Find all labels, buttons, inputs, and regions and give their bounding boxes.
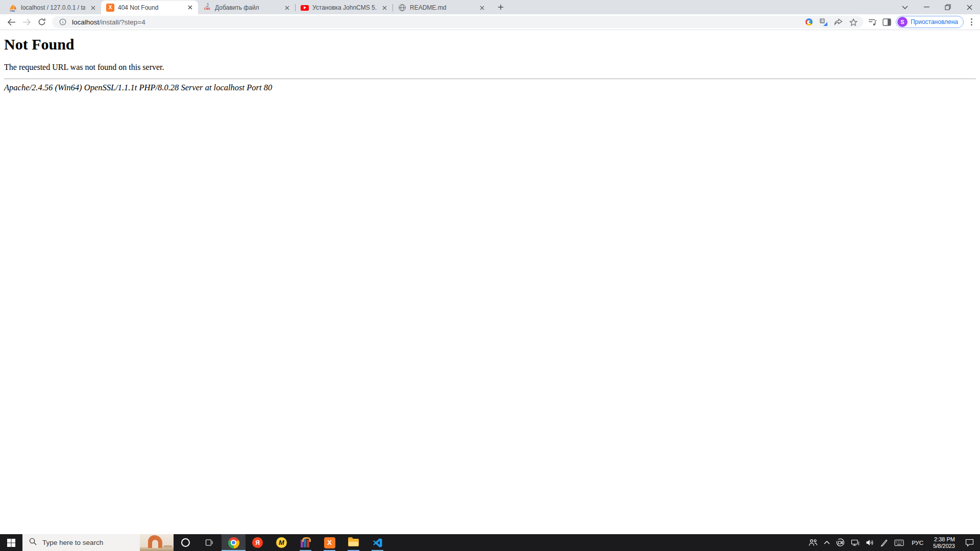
clock[interactable]: 2:38 PM 5/8/2023 [928, 534, 960, 551]
winrar-icon [301, 538, 310, 547]
profile-sync-paused-pill[interactable]: S Приостановлена [896, 16, 964, 28]
clock-date: 5/8/2023 [933, 543, 955, 549]
cortana-icon [181, 538, 190, 547]
browser-menu-icon[interactable] [967, 16, 976, 28]
task-view-button[interactable] [198, 534, 222, 551]
browser-window: PMA localhost / 127.0.0.1 / takewap | p … [0, 0, 980, 534]
tab-add-file[interactable]: J CMS Добавить файл [198, 1, 295, 14]
tab-404-not-found[interactable]: X 404 Not Found [101, 1, 198, 14]
cortana-button[interactable] [174, 534, 198, 551]
bookmark-star-icon[interactable] [848, 16, 859, 28]
show-hidden-icons-chevron[interactable] [821, 534, 833, 551]
translate-icon[interactable]: A [818, 16, 829, 28]
taskbar-vscode-button[interactable] [365, 534, 389, 551]
windows-taskbar: Я M X [0, 534, 980, 551]
xampp-icon: X [106, 4, 114, 12]
taskbar-winrar-button[interactable] [293, 534, 317, 551]
tab-readme[interactable]: README.md [393, 1, 490, 14]
close-tab-icon[interactable] [186, 4, 194, 12]
address-bar[interactable]: localhost/install/?step=4 A [52, 16, 863, 28]
taskbar-search[interactable] [22, 534, 174, 551]
forward-button[interactable] [19, 15, 34, 29]
tab-title: Установка JohnCMS 5.2.1 - YouT [312, 4, 377, 11]
vscode-icon [373, 538, 383, 548]
url-text: localhost/install/?step=4 [72, 18, 800, 26]
media-controls-icon[interactable] [867, 16, 878, 28]
error-message: The requested URL was not found on this … [4, 63, 976, 72]
chrome-icon [228, 537, 239, 548]
close-tab-icon[interactable] [380, 4, 388, 12]
yandex-browser-icon: Я [252, 537, 263, 548]
tab-strip: PMA localhost / 127.0.0.1 / takewap | p … [0, 0, 980, 14]
start-button[interactable] [0, 534, 22, 551]
server-signature: Apache/2.4.56 (Win64) OpenSSL/1.1.1t PHP… [4, 83, 976, 93]
close-tab-icon[interactable] [283, 4, 291, 12]
clock-time: 2:38 PM [933, 536, 955, 543]
volume-icon[interactable] [863, 534, 877, 551]
reload-button[interactable] [35, 15, 49, 29]
new-tab-button[interactable] [494, 1, 507, 14]
tab-title: Добавить файл [215, 4, 279, 11]
share-icon[interactable] [833, 16, 844, 28]
page-info-icon[interactable] [57, 16, 68, 28]
page-content: Not Found The requested URL was not foun… [0, 30, 980, 534]
tab-title: localhost / 127.0.0.1 / takewap | p [21, 4, 85, 11]
minimize-button[interactable] [916, 0, 937, 14]
back-button[interactable] [4, 15, 18, 29]
language-indicator[interactable]: РУС [907, 534, 928, 551]
google-g-icon[interactable] [803, 16, 815, 28]
sync-status-label: Приостановлена [911, 18, 958, 26]
taskbar-chrome-button[interactable] [222, 534, 246, 551]
task-view-icon [205, 539, 214, 546]
avatar: S [897, 17, 908, 27]
file-explorer-icon [348, 539, 359, 546]
side-panel-icon[interactable] [881, 16, 893, 28]
search-icon [29, 538, 37, 547]
m-app-icon: M [276, 537, 287, 548]
svg-text:PMA: PMA [10, 10, 16, 12]
taskbar-yandex-button[interactable]: Я [246, 534, 270, 551]
pen-icon[interactable] [877, 534, 891, 551]
tab-phpmyadmin[interactable]: PMA localhost / 127.0.0.1 / takewap | p [4, 1, 101, 14]
youtube-icon [301, 5, 309, 11]
taskbar-xampp-button[interactable]: X [317, 534, 341, 551]
tab-search-chevron-icon[interactable] [894, 0, 916, 14]
touch-keyboard-icon[interactable] [891, 534, 907, 551]
url-host: localhost [72, 18, 99, 26]
taskbar-m-app-button[interactable]: M [270, 534, 293, 551]
divider [4, 79, 976, 79]
close-tab-icon[interactable] [89, 4, 97, 12]
page-title: Not Found [4, 36, 976, 53]
toolbar-right-cluster: S Приостановлена [867, 16, 976, 28]
network-icon[interactable] [848, 534, 863, 551]
action-center-icon[interactable] [960, 534, 980, 551]
browser-toolbar: localhost/install/?step=4 A S Приостанов… [0, 14, 980, 30]
xampp-icon: X [324, 537, 335, 548]
close-window-button[interactable] [959, 0, 980, 14]
meet-now-icon[interactable] [833, 534, 848, 551]
system-tray: РУС 2:38 PM 5/8/2023 [805, 534, 980, 551]
search-input[interactable] [41, 538, 118, 547]
search-highlight-image[interactable] [140, 534, 174, 551]
url-path: /install/?step=4 [99, 18, 145, 26]
johncms-icon: J CMS [203, 4, 211, 12]
globe-icon [398, 4, 406, 12]
close-tab-icon[interactable] [478, 4, 486, 12]
tab-title: 404 Not Found [118, 4, 182, 11]
restore-button[interactable] [937, 0, 959, 14]
phpmyadmin-icon: PMA [9, 4, 17, 12]
tab-youtube-johncms[interactable]: Установка JohnCMS 5.2.1 - YouT [296, 1, 393, 14]
window-controls [894, 0, 980, 14]
tab-title: README.md [410, 4, 474, 11]
people-icon[interactable] [805, 534, 821, 551]
taskbar-file-explorer-button[interactable] [341, 534, 365, 551]
